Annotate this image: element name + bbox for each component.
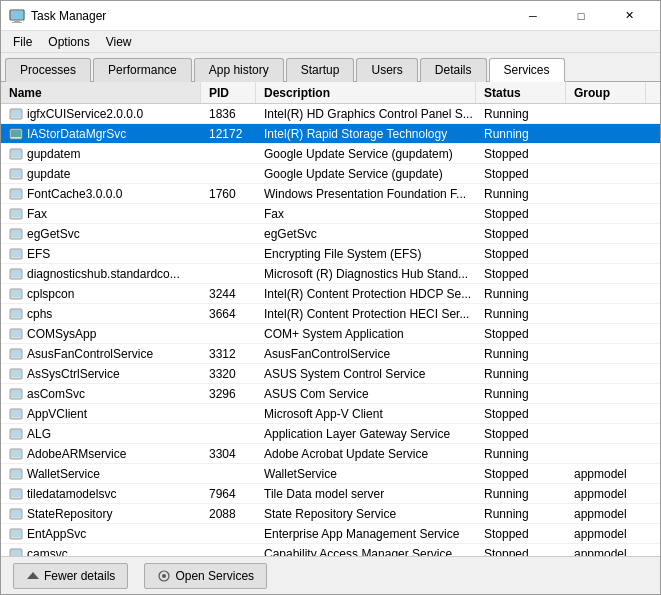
col-header-pid[interactable]: PID [201,82,256,103]
cell-group [566,244,646,263]
table-row[interactable]: gupdateGoogle Update Service (gupdate)St… [1,164,660,184]
table-row[interactable]: WalletServiceWalletServiceStoppedappmode… [1,464,660,484]
cell-name: FontCache3.0.0.0 [1,184,201,203]
menu-options[interactable]: Options [40,33,97,51]
col-header-group[interactable]: Group [566,82,646,103]
svg-rect-9 [11,150,21,157]
service-icon [9,247,23,261]
table-body[interactable]: igfxCUIService2.0.0.01836Intel(R) HD Gra… [1,104,660,556]
table-row[interactable]: cplspcon3244Intel(R) Content Protection … [1,284,660,304]
col-header-description[interactable]: Description [256,82,476,103]
minimize-button[interactable]: ─ [510,1,556,31]
table-row[interactable]: AppVClientMicrosoft App-V ClientStopped [1,404,660,424]
cell-status: Stopped [476,144,566,163]
cell-description: WalletService [256,464,476,483]
fewer-details-button[interactable]: Fewer details [13,563,128,589]
cell-description: Intel(R) Rapid Storage Technology [256,124,476,143]
svg-rect-3 [11,11,23,19]
table-row[interactable]: FontCache3.0.0.01760Windows Presentation… [1,184,660,204]
table-row[interactable]: camsvcCapability Access Manager ServiceS… [1,544,660,556]
service-icon [9,527,23,541]
cell-description: State Repository Service [256,504,476,523]
cell-pid: 2088 [201,504,256,523]
service-name: AsusFanControlService [27,347,153,361]
cell-pid: 3312 [201,344,256,363]
cell-name: asComSvc [1,384,201,403]
table-row[interactable]: asComSvc3296ASUS Com ServiceRunning [1,384,660,404]
table-row[interactable]: gupdatemGoogle Update Service (gupdatem)… [1,144,660,164]
table-row[interactable]: AsusFanControlService3312AsusFanControlS… [1,344,660,364]
close-button[interactable]: ✕ [606,1,652,31]
cell-name: AsusFanControlService [1,344,201,363]
cell-name: diagnosticshub.standardco... [1,264,201,283]
service-name: AdobeARMservice [27,447,126,461]
service-icon [9,427,23,441]
table-row[interactable]: diagnosticshub.standardco...Microsoft (R… [1,264,660,284]
tab-users[interactable]: Users [356,58,417,82]
cell-name: COMSysApp [1,324,201,343]
svg-rect-39 [11,450,21,457]
service-name: asComSvc [27,387,85,401]
table-row[interactable]: IAStorDataMgrSvc12172Intel(R) Rapid Stor… [1,124,660,144]
cell-name: gupdate [1,164,201,183]
service-name: IAStorDataMgrSvc [27,127,126,141]
table-row[interactable]: StateRepository2088State Repository Serv… [1,504,660,524]
cell-name: Fax [1,204,201,223]
title-bar-left: Task Manager [9,8,106,24]
cell-pid [201,424,256,443]
table-row[interactable]: tiledatamodelsvc7964Tile Data model serv… [1,484,660,504]
tab-details[interactable]: Details [420,58,487,82]
cell-name: egGetSvc [1,224,201,243]
tab-processes[interactable]: Processes [5,58,91,82]
open-services-button[interactable]: Open Services [144,563,267,589]
cell-name: igfxCUIService2.0.0.0 [1,104,201,123]
svg-rect-41 [11,470,21,477]
cell-description: Windows Presentation Foundation F... [256,184,476,203]
cell-pid: 3244 [201,284,256,303]
table-row[interactable]: ALGApplication Layer Gateway ServiceStop… [1,424,660,444]
service-icon [9,167,23,181]
cell-status: Stopped [476,224,566,243]
tab-performance[interactable]: Performance [93,58,192,82]
cell-name: camsvc [1,544,201,556]
table-row[interactable]: egGetSvcegGetSvcStopped [1,224,660,244]
cell-status: Running [476,184,566,203]
cell-description: COM+ System Application [256,324,476,343]
table-row[interactable]: FaxFaxStopped [1,204,660,224]
svg-rect-45 [11,510,21,517]
col-header-status[interactable]: Status [476,82,566,103]
cell-description: Tile Data model server [256,484,476,503]
table-row[interactable]: igfxCUIService2.0.0.01836Intel(R) HD Gra… [1,104,660,124]
tab-app-history[interactable]: App history [194,58,284,82]
cell-name: tiledatamodelsvc [1,484,201,503]
service-icon [9,267,23,281]
svg-rect-1 [14,20,20,22]
cell-description: Google Update Service (gupdatem) [256,144,476,163]
cell-group [566,444,646,463]
service-name: COMSysApp [27,327,96,341]
table-row[interactable]: AdobeARMservice3304Adobe Acrobat Update … [1,444,660,464]
cell-group: appmodel [566,464,646,483]
cell-status: Running [476,484,566,503]
cell-name: StateRepository [1,504,201,523]
svg-rect-43 [11,490,21,497]
menu-file[interactable]: File [5,33,40,51]
cell-pid [201,144,256,163]
svg-rect-29 [11,350,21,357]
table-row[interactable]: AsSysCtrlService3320ASUS System Control … [1,364,660,384]
cell-pid: 3320 [201,364,256,383]
col-header-name[interactable]: Name [1,82,201,103]
service-name: Fax [27,207,47,221]
tab-startup[interactable]: Startup [286,58,355,82]
cell-group: appmodel [566,524,646,543]
table-row[interactable]: EntAppSvcEnterprise App Management Servi… [1,524,660,544]
tab-services[interactable]: Services [489,58,565,82]
task-manager-window: Task Manager ─ □ ✕ File Options View Pro… [0,0,661,595]
menu-view[interactable]: View [98,33,140,51]
services-icon [157,569,171,583]
maximize-button[interactable]: □ [558,1,604,31]
svg-rect-25 [11,310,21,317]
table-row[interactable]: EFSEncrypting File System (EFS)Stopped [1,244,660,264]
table-row[interactable]: COMSysAppCOM+ System ApplicationStopped [1,324,660,344]
table-row[interactable]: cphs3664Intel(R) Content Protection HECI… [1,304,660,324]
